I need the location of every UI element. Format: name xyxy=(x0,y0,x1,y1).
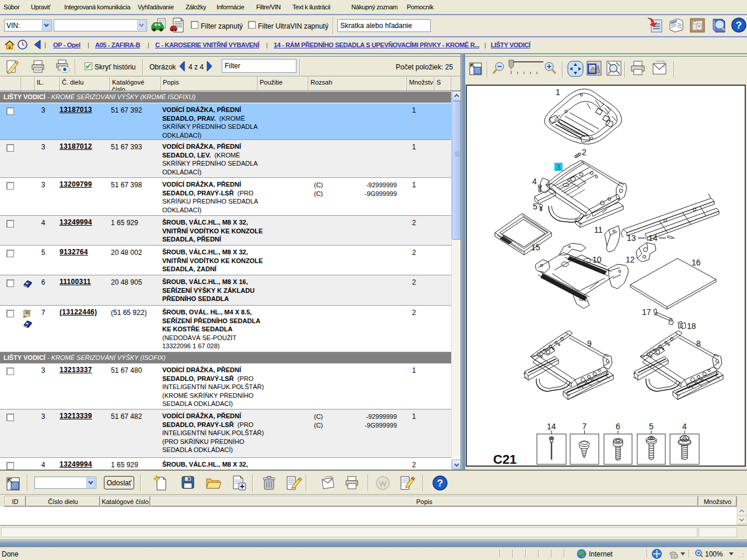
svg-text:2: 2 xyxy=(582,148,587,157)
svg-text:17: 17 xyxy=(642,307,651,317)
svg-text:?: ? xyxy=(736,20,742,31)
svg-text:10: 10 xyxy=(592,255,602,264)
svg-text:7: 7 xyxy=(582,422,587,431)
svg-text:5: 5 xyxy=(533,202,537,211)
svg-text:12: 12 xyxy=(626,255,635,264)
svg-text:18: 18 xyxy=(687,321,696,331)
svg-text:5: 5 xyxy=(649,422,654,431)
svg-text:14: 14 xyxy=(547,422,556,431)
svg-text:13: 13 xyxy=(627,233,636,243)
svg-text:C21: C21 xyxy=(493,452,516,466)
svg-text:3: 3 xyxy=(557,163,561,172)
svg-text:4: 4 xyxy=(532,177,537,186)
svg-text:11: 11 xyxy=(594,225,603,235)
svg-text:6: 6 xyxy=(616,422,620,431)
svg-text:?: ? xyxy=(437,478,443,489)
svg-text:1: 1 xyxy=(556,88,560,97)
svg-text:16: 16 xyxy=(692,258,701,267)
svg-text:4: 4 xyxy=(682,422,687,431)
